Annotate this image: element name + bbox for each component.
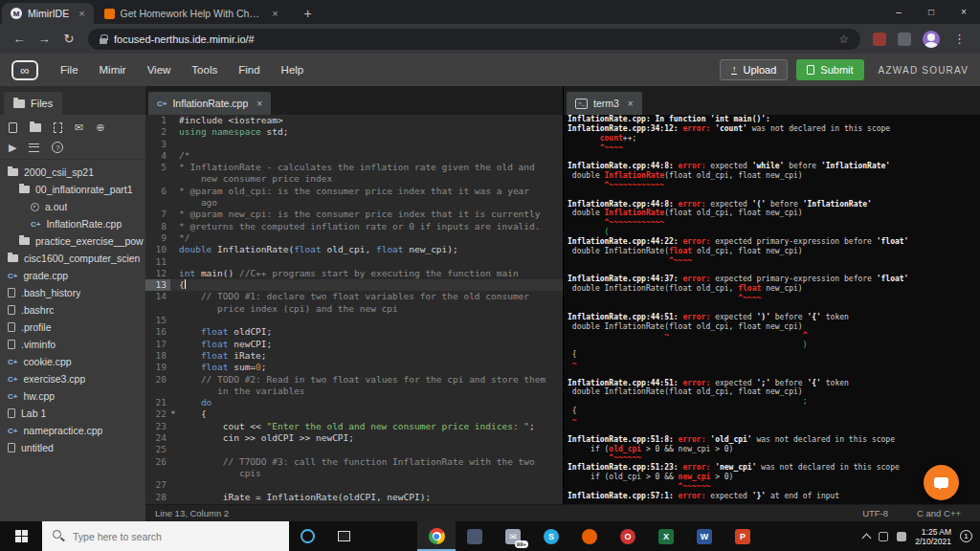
address-bar[interactable]: focused-nerthus.ide.mimir.io/# ☆ [88,29,860,50]
taskbar-chrome-icon[interactable] [417,521,456,551]
file-tree-item-exercise3-cpp[interactable]: C+exercise3.cpp [0,370,145,387]
taskbar-mail-icon[interactable]: ✉99+ [494,521,532,551]
new-folder-icon[interactable] [30,123,41,132]
close-icon[interactable]: × [947,0,980,24]
file-tree-item-cookie-cpp[interactable]: C+cookie.cpp [0,353,145,370]
language-label[interactable]: C and C++ [917,508,961,518]
file-tree-item--viminfo[interactable]: .viminfo [0,336,145,353]
taskbar-word-icon[interactable]: W [685,521,724,551]
browser-tab-chegg[interactable]: Get Homework Help With Chegg × [96,3,287,24]
upload-button[interactable]: ↑ Upload [720,59,788,80]
editor-line-13[interactable]: 13{ [145,279,563,291]
file-tree-item-grade-cpp[interactable]: C+grade.cpp [0,267,145,284]
browser-menu-icon[interactable]: ⋮ [947,32,972,46]
lock-icon[interactable] [100,38,107,44]
encoding-label[interactable]: UTF-8 [862,508,888,518]
file-tree-item-untitled[interactable]: untitled [0,439,145,456]
editor-line-10[interactable]: 10double InflationRate(float old_cpi, fl… [145,244,563,255]
editor-line-23[interactable]: 23 cout << "Enter the old and new consum… [145,421,563,432]
editor-line-27[interactable]: 27 [145,479,563,491]
tab-close-icon[interactable]: × [272,8,278,19]
editor-line-20[interactable]: 20 // TODO #2: Read in two float values … [145,374,563,386]
taskbar-opera-icon[interactable]: O [609,521,647,551]
taskbar-search[interactable] [42,521,289,551]
menu-list-icon[interactable] [29,143,39,152]
editor-line-wrap[interactable]: ago [145,197,563,209]
files-tab[interactable]: Files [4,92,62,115]
new-tab-button[interactable]: + [297,3,320,24]
editor-line-6[interactable]: 6* @param old_cpi: is the consumer price… [145,186,563,197]
web-icon[interactable]: ⊕ [96,122,104,133]
network-icon[interactable] [879,532,888,541]
editor-line-9[interactable]: 9*/ [145,232,563,244]
chat-widget-button[interactable] [924,465,959,500]
extension-icon[interactable] [873,33,886,46]
tab-close-icon[interactable]: × [628,99,634,109]
new-file-icon[interactable] [9,122,17,133]
tab-close-icon[interactable]: × [78,8,84,19]
editor-tab-inflationrate[interactable]: C+ InflationRate.cpp × [148,92,271,115]
editor-line-11[interactable]: 11 [145,256,563,268]
menu-view[interactable]: View [137,64,182,76]
taskbar-firefox-icon[interactable] [570,521,609,551]
extensions-puzzle-icon[interactable] [898,33,911,46]
forward-icon[interactable]: → [33,28,56,51]
url-text[interactable]: focused-nerthus.ide.mimir.io/# [114,33,832,45]
editor-line-28[interactable]: 28 iRate = InflationRate(oldCPI, newCPI)… [145,492,563,503]
reload-icon[interactable]: ↻ [57,28,80,51]
task-view-button[interactable] [325,521,362,551]
browser-tab-mimiride[interactable]: M MimirIDE × [2,3,94,24]
editor-line-15[interactable]: 15 [145,315,563,326]
file-tree-item-cisc1600-computer-scien[interactable]: cisc1600_computer_scien [0,250,145,267]
taskbar-powerpoint-icon[interactable]: P [724,521,762,551]
start-button[interactable] [0,521,42,551]
editor-line-5[interactable]: 5* InflationRate - calculates the inflat… [145,162,563,173]
file-tree-item-namepractice-cpp[interactable]: C+namepractice.cpp [0,422,145,439]
file-tree-item--profile[interactable]: .profile [0,319,145,336]
taskbar-skype-icon[interactable]: S [532,521,570,551]
menu-mimir[interactable]: Mimir [89,64,137,76]
minimize-icon[interactable]: – [882,0,915,24]
action-center-icon[interactable]: 1 [960,530,972,542]
file-tree-item-hw-cpp[interactable]: C+hw.cpp [0,387,145,405]
cortana-button[interactable] [289,521,325,551]
file-tree-item--bash-history[interactable]: .bash_history [0,284,145,301]
editor-content[interactable]: 1#include <iostream>2using namespace std… [145,115,563,504]
menu-file[interactable]: File [50,64,89,76]
file-tree-item--bashrc[interactable]: .bashrc [0,301,145,319]
terminal-tab-term3[interactable]: >_ term3 × [567,92,642,115]
taskbar-clock[interactable]: 1:25 AM 2/10/2021 [915,527,951,546]
tray-expand-icon[interactable] [862,533,872,542]
editor-line-4[interactable]: 4/* [145,150,563,162]
editor-line-25[interactable]: 25 [145,444,563,455]
editor-line-17[interactable]: 17 float newCPI; [145,339,563,350]
back-icon[interactable]: ← [8,28,31,51]
editor-line-16[interactable]: 16 float oldCPI; [145,326,563,338]
send-icon[interactable]: ▶ [9,143,16,153]
terminal-output[interactable]: InflationRate.cpp: In function 'int main… [568,115,980,504]
taskbar-pinned-app-2-icon[interactable] [456,521,494,551]
upload-file-icon[interactable] [54,122,62,133]
submit-button[interactable]: Submit [796,59,863,80]
file-tree-item-practice-exercise-pow[interactable]: practice_exercise__pow [0,232,145,250]
volume-icon[interactable] [897,532,906,541]
mail-icon[interactable]: ✉ [75,122,83,133]
editor-line-wrap[interactable]: new consumer price index [145,173,563,185]
editor-line-8[interactable]: 8* @returns the computed inflation rate … [145,221,563,232]
taskbar-excel-icon[interactable]: X [647,521,685,551]
editor-line-2[interactable]: 2using namespace std; [145,126,563,138]
menu-help[interactable]: Help [271,64,315,76]
tab-close-icon[interactable]: × [256,99,262,109]
editor-line-14[interactable]: 14 // TODO #1: declare two float variabl… [145,291,563,302]
editor-line-12[interactable]: 12int main() //C++ programs start by exe… [145,268,563,279]
editor-line-wrap[interactable]: price index (cpi) and the new cpi [145,303,563,315]
editor-line-1[interactable]: 1#include <iostream> [145,115,563,126]
file-tree-item-lab-1[interactable]: Lab 1 [0,405,145,422]
maximize-icon[interactable]: □ [915,0,947,24]
editor-line-wrap[interactable]: cpis [145,468,563,479]
editor-line-26[interactable]: 26 // T7ODO #3: call the function Inflat… [145,456,563,468]
editor-line-24[interactable]: 24 cin >> oldCPI >> newCPI; [145,432,563,444]
help-icon[interactable]: ? [52,142,63,153]
editor-line-3[interactable]: 3 [145,139,563,150]
editor-line-18[interactable]: 18 float iRate; [145,350,563,362]
